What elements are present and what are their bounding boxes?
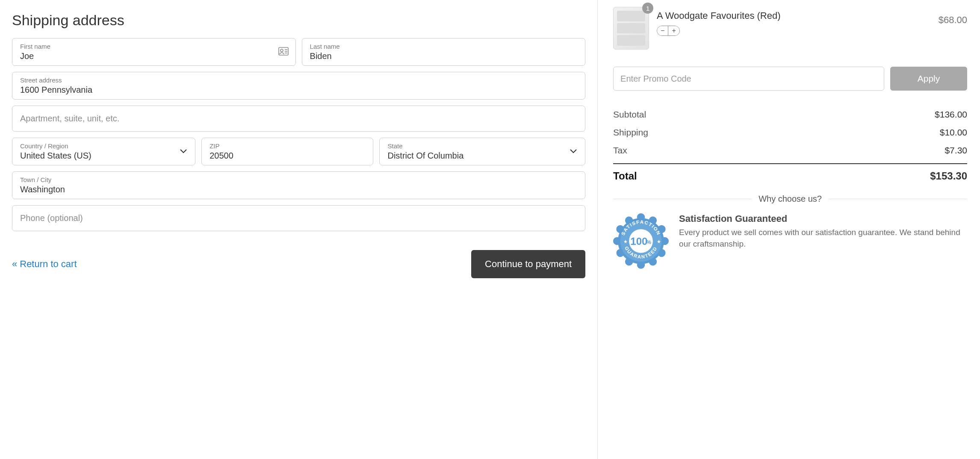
city-field[interactable]: Town / City	[12, 171, 585, 199]
apt-input[interactable]	[20, 114, 577, 124]
svg-text:%: %	[646, 239, 651, 245]
zip-field[interactable]: ZIP	[201, 138, 373, 165]
last-name-field[interactable]: Last name	[302, 38, 586, 66]
city-input[interactable]	[20, 185, 577, 194]
shipping-row: Shipping $10.00	[613, 127, 967, 138]
continue-button[interactable]: Continue to payment	[471, 250, 585, 278]
subtotal-row: Subtotal $136.00	[613, 109, 967, 120]
qty-badge: 1	[642, 3, 653, 14]
svg-text:★: ★	[657, 239, 661, 244]
country-field[interactable]: Country / Region	[12, 138, 195, 165]
state-label: State	[387, 142, 577, 150]
country-select[interactable]	[20, 151, 187, 161]
phone-input[interactable]	[20, 213, 577, 223]
tax-value: $7.30	[945, 145, 967, 156]
svg-point-1	[280, 49, 283, 52]
phone-field[interactable]	[12, 205, 585, 231]
quantity-stepper[interactable]: − +	[657, 26, 680, 36]
svg-text:100: 100	[630, 235, 647, 247]
total-value: $153.30	[930, 170, 967, 182]
cart-item: 1 A Woodgate Favourites (Red) − + $68.00	[613, 7, 967, 50]
cart-item-thumb: 1	[613, 7, 649, 50]
order-summary: 1 A Woodgate Favourites (Red) − + $68.00…	[598, 0, 980, 459]
svg-point-9	[661, 237, 669, 245]
contact-card-icon	[278, 47, 289, 57]
apt-field[interactable]	[12, 106, 585, 132]
shipping-label: Shipping	[613, 127, 648, 138]
guarantee-badge-icon: 100 % SATISFACTION GUARANTEED ★ ★	[613, 213, 669, 269]
zip-input[interactable]	[210, 151, 365, 161]
tax-row: Tax $7.30	[613, 145, 967, 156]
first-name-field[interactable]: First name	[12, 38, 296, 66]
shipping-value: $10.00	[940, 127, 967, 138]
city-label: Town / City	[20, 176, 577, 184]
country-label: Country / Region	[20, 142, 187, 150]
zip-label: ZIP	[210, 142, 365, 150]
state-field[interactable]: State	[379, 138, 585, 165]
laquo-icon: «	[12, 259, 17, 269]
return-to-cart-link[interactable]: «Return to cart	[12, 259, 77, 270]
svg-point-15	[613, 237, 621, 245]
cart-item-name: A Woodgate Favourites (Red)	[657, 10, 931, 21]
apply-promo-button[interactable]: Apply	[890, 67, 967, 91]
why-heading-text: Why choose us?	[759, 194, 822, 204]
feature-title: Satisfaction Guaranteed	[679, 213, 967, 224]
last-name-input[interactable]	[310, 51, 578, 61]
promo-code-input[interactable]	[613, 67, 884, 91]
state-select[interactable]	[387, 151, 577, 161]
street-field[interactable]: Street address	[12, 72, 585, 100]
svg-text:★: ★	[623, 239, 628, 244]
tax-label: Tax	[613, 145, 627, 156]
shipping-form: Shipping address First name La	[0, 0, 598, 459]
total-row: Total $153.30	[613, 170, 967, 182]
first-name-label: First name	[20, 43, 288, 50]
street-input[interactable]	[20, 85, 577, 95]
why-choose-us-heading: Why choose us?	[613, 194, 967, 204]
subtotal-value: $136.00	[935, 109, 967, 120]
feature-satisfaction: 100 % SATISFACTION GUARANTEED ★ ★ Satisf…	[613, 213, 967, 269]
first-name-input[interactable]	[20, 51, 288, 61]
cart-item-price: $68.00	[939, 15, 967, 26]
subtotal-label: Subtotal	[613, 109, 646, 120]
product-image	[613, 7, 649, 50]
return-label: Return to cart	[20, 259, 77, 269]
feature-text: Every product we sell comes with our sat…	[679, 227, 967, 250]
qty-increase-button[interactable]: +	[668, 26, 679, 35]
total-label: Total	[613, 170, 637, 182]
qty-decrease-button[interactable]: −	[657, 26, 668, 35]
street-label: Street address	[20, 76, 577, 84]
last-name-label: Last name	[310, 43, 578, 50]
svg-point-12	[637, 261, 645, 269]
page-title: Shipping address	[12, 12, 585, 29]
